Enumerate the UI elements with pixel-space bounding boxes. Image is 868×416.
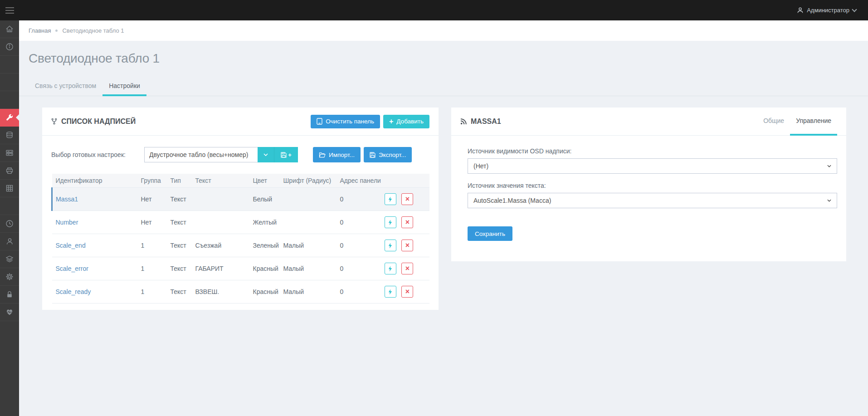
cell-group: 1 xyxy=(137,280,167,303)
cell-type: Текст xyxy=(167,257,192,280)
cell-address: 0 xyxy=(336,211,381,234)
delete-button[interactable]: × xyxy=(401,216,413,228)
delete-button[interactable]: × xyxy=(401,240,413,251)
rss-icon xyxy=(460,118,467,125)
cell-color: Желтый xyxy=(249,211,280,234)
info-icon xyxy=(5,43,14,51)
printer-icon xyxy=(5,166,14,175)
sidebar-item-database[interactable] xyxy=(0,127,19,144)
labels-panel-header: СПИСОК НАДПИСЕЙ Очистить панель + Добави xyxy=(42,108,439,136)
preset-input[interactable] xyxy=(144,147,258,162)
clock-icon xyxy=(5,220,14,228)
export-button[interactable]: Экспорт... xyxy=(364,147,412,162)
cell-group: Нет xyxy=(137,211,167,234)
cell-color: Белый xyxy=(249,188,280,211)
save-button[interactable]: Сохранить xyxy=(468,226,512,241)
sidebar-item-table[interactable] xyxy=(0,180,19,197)
panel-doc-icon xyxy=(317,118,322,125)
cell-font: Малый xyxy=(280,257,336,280)
trigger-button[interactable] xyxy=(385,286,396,298)
sidebar-item-home[interactable] xyxy=(0,20,19,38)
main-content: Главная Светодиодное табло 1 Светодиодно… xyxy=(19,20,868,416)
cell-text xyxy=(192,188,249,211)
detail-panel: MASSA1 Общие Управление Источник видимос… xyxy=(451,108,846,261)
x-icon: × xyxy=(405,288,410,295)
col-font: Шрифт (Радиус) xyxy=(280,174,336,188)
user-icon xyxy=(797,7,804,14)
col-type: Тип xyxy=(167,174,192,188)
gear-icon xyxy=(5,273,14,281)
save-preset-button[interactable]: + xyxy=(274,147,298,162)
table-row: Scale_end 1 Текст Съезжай Зеленый Малый … xyxy=(52,234,430,257)
x-icon: × xyxy=(405,196,410,203)
sidebar-item-info[interactable] xyxy=(0,38,19,56)
cell-font xyxy=(280,211,336,234)
user-menu[interactable]: Администратор xyxy=(797,7,868,14)
detail-panel-header: MASSA1 Общие Управление xyxy=(451,108,846,136)
plus-icon: + xyxy=(389,118,393,125)
sidebar-spacer xyxy=(0,73,19,91)
sidebar-item-users[interactable] xyxy=(0,233,19,250)
cell-text: ВЗВЕШ. xyxy=(192,280,249,303)
cell-font: Малый xyxy=(280,280,336,303)
labels-table: Идентификатор Группа Тип Текст Цвет Шриф… xyxy=(51,174,429,303)
sidebar-item-settings[interactable] xyxy=(0,268,19,286)
x-icon: × xyxy=(405,219,410,226)
cell-text xyxy=(192,211,249,234)
detail-form: Источник видимости OSD надписи: (Нет) Ис… xyxy=(451,136,846,261)
person-icon xyxy=(5,237,14,245)
cell-group: 1 xyxy=(137,257,167,280)
sidebar-item-security[interactable] xyxy=(0,286,19,303)
page-tabs: Связь с устройством Настройки xyxy=(19,78,868,96)
text-source-select[interactable]: AutoScale1.Massa (Масса) xyxy=(468,193,837,208)
menu-toggle-button[interactable] xyxy=(0,0,19,20)
trigger-button[interactable] xyxy=(385,263,396,274)
label-link[interactable]: Scale_error xyxy=(56,265,88,272)
label-link[interactable]: Scale_end xyxy=(56,242,86,249)
server-rows-icon xyxy=(5,149,14,157)
clear-panel-button[interactable]: Очистить панель xyxy=(311,115,380,128)
sidebar-spacer xyxy=(0,197,19,215)
sidebar-item-devices-tools[interactable] xyxy=(0,109,19,127)
breadcrumb-home-link[interactable]: Главная xyxy=(29,27,51,34)
delete-button[interactable]: × xyxy=(401,286,413,298)
label-link[interactable]: Number xyxy=(56,219,78,226)
add-label-button[interactable]: + Добавить xyxy=(383,115,429,128)
label-link[interactable]: Massa1 xyxy=(56,196,78,203)
sidebar-item-health[interactable] xyxy=(0,303,19,321)
trigger-button[interactable] xyxy=(385,240,396,251)
delete-button[interactable]: × xyxy=(401,193,413,205)
delete-button[interactable]: × xyxy=(401,263,413,274)
col-text: Текст xyxy=(192,174,249,188)
breadcrumb-current: Светодиодное табло 1 xyxy=(62,27,124,34)
sidebar-item-printer[interactable] xyxy=(0,162,19,180)
cell-color: Зеленый xyxy=(249,234,280,257)
sidebar-item-schedule[interactable] xyxy=(0,215,19,233)
sidebar-item-layers[interactable] xyxy=(0,250,19,268)
preset-row: Выбор готовых настроек: + xyxy=(42,136,439,162)
import-button[interactable]: Импорт... xyxy=(313,147,361,162)
cell-type: Текст xyxy=(167,211,192,234)
tab-settings[interactable]: Настройки xyxy=(102,78,146,96)
tab-device-connection[interactable]: Связь с устройством xyxy=(29,78,102,96)
table-row: Massa1 Нет Текст Белый 0 × xyxy=(52,188,430,211)
sidebar-item-servers[interactable] xyxy=(0,144,19,162)
preset-label: Выбор готовых настроек: xyxy=(51,151,144,158)
col-color: Цвет xyxy=(249,174,280,188)
cell-text: ГАБАРИТ xyxy=(192,257,249,280)
cell-address: 0 xyxy=(336,257,381,280)
floppy-icon xyxy=(370,152,375,158)
tab-general[interactable]: Общие xyxy=(757,108,790,136)
table-grid-icon xyxy=(5,184,14,192)
label-link[interactable]: Scale_ready xyxy=(56,288,91,295)
osd-visibility-select[interactable]: (Нет) xyxy=(468,158,837,174)
breadcrumb-separator-dot xyxy=(55,29,58,32)
trigger-button[interactable] xyxy=(385,216,396,228)
cell-address: 0 xyxy=(336,234,381,257)
breadcrumb: Главная Светодиодное табло 1 xyxy=(19,20,868,41)
tab-control[interactable]: Управление xyxy=(790,108,837,136)
col-actions xyxy=(381,174,430,188)
trigger-button[interactable] xyxy=(385,193,396,205)
preset-dropdown-button[interactable] xyxy=(258,147,274,162)
osd-visibility-label: Источник видимости OSD надписи: xyxy=(468,147,837,155)
